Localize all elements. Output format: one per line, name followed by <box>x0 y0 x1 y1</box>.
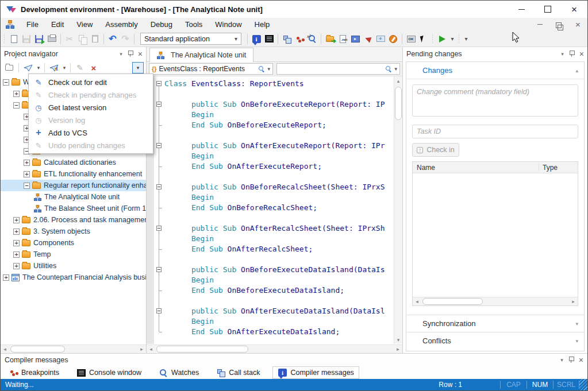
code-line[interactable]: Begin <box>164 316 394 327</box>
expand-icon[interactable]: + <box>24 160 30 166</box>
code-text[interactable]: Class EventsClass: ReportEvents public S… <box>164 76 394 344</box>
code-line[interactable]: Begin <box>164 192 394 203</box>
scroll-left-icon[interactable]: ◂ <box>413 299 421 304</box>
fold-collapse-icon[interactable] <box>156 226 162 231</box>
code-line[interactable] <box>164 296 394 306</box>
bottom-close-icon[interactable]: × <box>579 356 583 364</box>
close-button[interactable]: × <box>561 1 587 18</box>
menu-assembly[interactable]: Assembly <box>99 18 144 31</box>
code-line[interactable]: End Sub OnAfterRecalcSheet; <box>164 244 394 254</box>
scroll-right-icon[interactable]: ▸ <box>569 299 578 304</box>
expand-icon[interactable]: + <box>13 217 20 223</box>
collapse-icon[interactable]: − <box>24 183 30 189</box>
tree-item[interactable]: +Utilities <box>1 260 146 272</box>
run-icon[interactable] <box>436 33 448 45</box>
menu-view[interactable]: View <box>70 18 99 31</box>
delete-object-icon[interactable]: × <box>87 62 100 73</box>
navigator-hscrollbar[interactable]: ◂ ▸ <box>1 344 146 353</box>
code-line[interactable]: End Sub OnBeforeExecuteReport; <box>164 120 394 130</box>
tab-call-stack[interactable]: Call stack <box>212 367 264 378</box>
collapse-icon[interactable]: − <box>3 79 9 86</box>
publish-report-icon[interactable] <box>22 62 34 73</box>
change-comment-input[interactable] <box>412 84 578 117</box>
tree-item[interactable]: The Balance Sheet unit (Form 1) <box>1 203 146 214</box>
tree-item[interactable]: −Regular report functionality enhancer <box>1 180 146 191</box>
navigator-menu-caret-icon[interactable]: ▾ <box>120 51 122 57</box>
code-line[interactable]: public Sub OnBeforeExecuteDataIsland(Dat… <box>164 265 394 275</box>
expand-icon[interactable]: + <box>3 274 9 281</box>
fold-collapse-icon[interactable] <box>156 267 162 272</box>
editor-tab[interactable]: The Analytical Note unit <box>149 48 253 62</box>
section-changes[interactable]: Changes ▴ <box>406 62 584 79</box>
tree-item[interactable]: +Calculated dictionaries <box>1 157 146 168</box>
navigator-close-icon[interactable]: × <box>138 50 143 58</box>
fold-collapse-icon[interactable] <box>156 81 162 86</box>
console-window-icon[interactable] <box>263 33 275 45</box>
menu-file[interactable]: File <box>20 18 45 31</box>
tree-item[interactable]: +2.06. Process and task management <box>1 214 146 226</box>
run-ok-icon[interactable]: OK <box>405 33 417 45</box>
pointer-select-icon[interactable] <box>417 33 430 45</box>
collapse-icon[interactable]: − <box>13 102 20 109</box>
tree-item[interactable]: +Components <box>1 237 146 249</box>
tree-item[interactable]: +3. System objects <box>1 226 146 237</box>
menu-edit[interactable]: Edit <box>45 18 70 31</box>
help-compass-icon[interactable] <box>387 33 399 45</box>
scroll-right-icon[interactable]: ▸ <box>394 346 402 352</box>
find-object-icon[interactable] <box>362 33 374 45</box>
code-line[interactable]: public Sub OnAfterExecuteDataIsland(Data… <box>164 306 394 316</box>
code-line[interactable]: End Sub OnBeforeExecuteDataIsland; <box>164 285 394 296</box>
tab-breakpoints[interactable]: Breakpoints <box>4 367 64 378</box>
tree-item[interactable]: +Temp <box>1 249 146 260</box>
code-line[interactable] <box>164 130 394 141</box>
save-all-icon[interactable] <box>33 33 45 45</box>
code-line[interactable] <box>164 254 394 265</box>
tab-watches[interactable]: Watches <box>154 367 203 378</box>
redo-icon[interactable]: ↷ <box>119 33 132 45</box>
publish-report-caret-icon[interactable]: ▾ <box>36 65 41 71</box>
fold-collapse-icon[interactable] <box>156 308 162 313</box>
code-area[interactable]: Class EventsClass: ReportEvents public S… <box>147 76 402 344</box>
task-id-input[interactable] <box>412 125 578 138</box>
bottom-menu-caret-icon[interactable]: ▾ <box>560 357 563 363</box>
column-name[interactable]: Name <box>413 164 539 172</box>
table-hscrollbar[interactable]: ◂ ▸ <box>413 297 578 305</box>
open-object-icon[interactable] <box>3 62 16 73</box>
code-line[interactable]: Begin <box>164 275 394 285</box>
fold-collapse-icon[interactable] <box>156 184 162 189</box>
dotnet-assembly-icon[interactable]: .net <box>336 33 349 45</box>
object-inspector-icon[interactable]: x² <box>306 33 318 45</box>
mdi-close-button[interactable]: × <box>568 20 587 29</box>
scroll-left-icon[interactable]: ◂ <box>1 346 9 352</box>
tree-item[interactable]: +ETL functionality enhancement <box>1 168 146 180</box>
pending-pin-icon[interactable] <box>569 51 574 57</box>
pending-menu-caret-icon[interactable]: ▾ <box>561 51 564 57</box>
class-navigator-combo[interactable]: {} EventsClass : ReportEvents ▾ <box>149 63 273 75</box>
code-line[interactable]: Class EventsClass: ReportEvents <box>164 79 394 89</box>
expand-icon[interactable]: ▾ <box>575 338 578 344</box>
code-line[interactable]: End Sub OnAfterExecuteReport; <box>164 161 394 172</box>
editor-search-box[interactable]: ▾ <box>276 63 400 75</box>
menu-item-check-out-for-edit[interactable]: ✎Check out for edit <box>29 76 153 88</box>
expand-icon[interactable]: ▾ <box>575 321 578 327</box>
code-line[interactable]: End Sub OnBeforeRecalcSheet; <box>164 203 394 213</box>
code-line[interactable] <box>164 172 394 182</box>
menu-tools[interactable]: Tools <box>179 18 209 31</box>
chevron-down-icon[interactable]: ▾ <box>267 66 270 72</box>
column-type[interactable]: Type <box>539 164 578 172</box>
code-line[interactable]: End Sub OnAfterExecuteDataIsland; <box>164 327 394 337</box>
collapse-icon[interactable]: ▴ <box>575 68 578 73</box>
editor-hscrollbar[interactable]: ◂ ▸ <box>147 344 402 353</box>
print-icon[interactable] <box>45 33 58 45</box>
scroll-right-icon[interactable]: ▸ <box>137 346 146 352</box>
toolbar-grip[interactable] <box>458 34 461 44</box>
info-icon[interactable]: i <box>250 33 263 45</box>
screen-form-icon[interactable]: ▸ <box>349 33 362 45</box>
pending-close-icon[interactable]: × <box>579 50 584 58</box>
paste-icon[interactable] <box>89 33 101 45</box>
navigator-pin-icon[interactable] <box>128 51 133 57</box>
menu-item-get-latest-version[interactable]: ◷Get latest version <box>29 101 153 114</box>
application-type-combo[interactable]: Standard application▾ <box>140 33 241 45</box>
code-line[interactable]: Begin <box>164 110 394 120</box>
import-form-icon[interactable]: ➔ <box>324 33 336 45</box>
